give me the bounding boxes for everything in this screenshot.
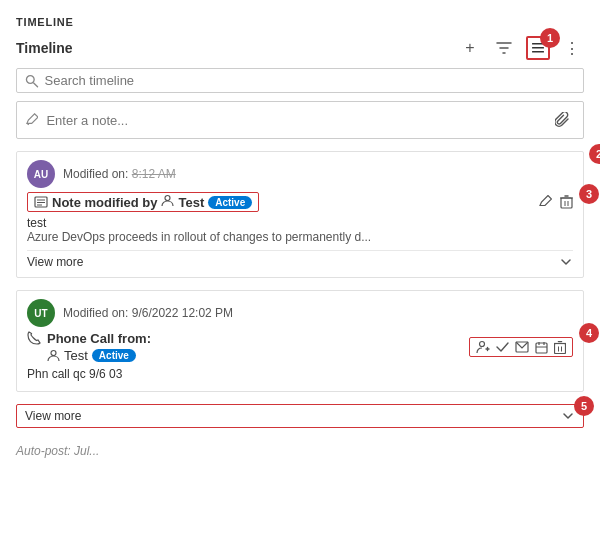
view-more-boxed[interactable]: View more <box>16 404 584 428</box>
toolbar-icons: + 1 ⋮ <box>458 36 584 60</box>
search-icon <box>25 74 39 88</box>
svg-rect-25 <box>555 343 566 353</box>
user-person-icon-phone <box>47 349 60 362</box>
active-badge-phone: Active <box>92 349 136 362</box>
avatar-au: AU <box>27 160 55 188</box>
item-action-icons-1 <box>538 195 573 209</box>
svg-point-16 <box>51 351 56 356</box>
phone-user-name: Test <box>64 348 88 363</box>
section-title: TIMELINE <box>0 16 600 36</box>
complete-button[interactable] <box>496 342 509 352</box>
phone-icon <box>27 331 41 345</box>
timeline-panel: TIMELINE Timeline + 1 ⋮ <box>0 0 600 462</box>
pencil-icon <box>25 113 38 127</box>
view-more-phone: View more <box>25 409 81 423</box>
svg-line-4 <box>34 82 38 86</box>
view-more-1[interactable]: View more <box>27 255 83 269</box>
svg-rect-21 <box>536 343 547 353</box>
phone-call-info: Phone Call from: Test Active <box>27 331 469 363</box>
modified-on-1: Modified on: 8:12 AM <box>63 167 176 181</box>
email-button[interactable] <box>515 341 529 353</box>
timeline-label: Timeline <box>16 40 73 56</box>
list-view-wrapper: 1 <box>526 36 550 60</box>
active-badge-1: Active <box>208 196 252 209</box>
svg-point-17 <box>480 342 485 347</box>
attach-button[interactable] <box>551 108 575 132</box>
item-content-1: test Azure DevOps proceeds in rollout of… <box>27 216 573 244</box>
user-person-icon <box>161 194 174 210</box>
user-name-1: Test <box>178 195 204 210</box>
callout-2: 2 <box>589 144 600 164</box>
item-header-phone: UT Modified on: 9/6/2022 12:02 PM <box>27 299 573 327</box>
calendar-button[interactable] <box>535 341 548 354</box>
search-bar <box>16 68 584 93</box>
delete-button-1[interactable] <box>560 195 573 209</box>
view-more-boxed-wrapper: View more 5 <box>16 404 584 428</box>
note-input-inner <box>25 113 543 128</box>
timeline-item-phone: UT Modified on: 9/6/2022 12:02 PM Phone … <box>16 290 584 392</box>
note-modified-text: Note modified by <box>52 195 157 210</box>
svg-rect-11 <box>561 198 572 208</box>
note-modified-row: Note modified by Test Active <box>27 192 573 212</box>
callout-4: 4 <box>579 323 599 343</box>
edit-button-1[interactable] <box>538 195 552 209</box>
search-input[interactable] <box>45 73 576 88</box>
phone-call-row: Phone Call from: Test Active <box>27 331 573 363</box>
view-more-row-1: View more <box>27 250 573 269</box>
note-modified-left: Note modified by Test Active <box>27 192 259 212</box>
delete-button-phone[interactable] <box>554 341 566 354</box>
assign-button[interactable] <box>476 340 490 354</box>
chevron-down-icon-phone <box>561 409 575 423</box>
svg-point-3 <box>26 75 34 83</box>
note-input[interactable] <box>46 113 543 128</box>
time-strikethrough: 8:12 AM <box>132 167 176 181</box>
content-preview-1: Azure DevOps proceeds in rollout of chan… <box>27 230 573 244</box>
svg-rect-2 <box>532 51 544 53</box>
note-modified-label: Note modified by Test Active <box>27 192 259 212</box>
callout-5: 5 <box>574 396 594 416</box>
svg-rect-1 <box>532 47 544 49</box>
item-header-1: AU Modified on: 8:12 AM <box>27 160 573 188</box>
note-icon <box>34 196 48 208</box>
content-line-1: test <box>27 216 573 230</box>
more-options-button[interactable]: ⋮ <box>560 36 584 60</box>
phone-call-label: Phone Call from: <box>47 331 151 346</box>
chevron-down-icon-1 <box>559 255 573 269</box>
callout-1: 1 <box>540 28 560 48</box>
phone-call-label-row: Phone Call from: <box>27 331 469 346</box>
filter-button[interactable] <box>492 36 516 60</box>
timeline-item-1: 2 AU Modified on: 8:12 AM <box>16 151 584 278</box>
callout-3: 3 <box>579 184 599 204</box>
add-button[interactable]: + <box>458 36 482 60</box>
avatar-ut: UT <box>27 299 55 327</box>
phone-call-actions <box>469 337 573 357</box>
auto-post-label: Auto-post: Jul... <box>0 440 600 462</box>
modified-on-phone: Modified on: 9/6/2022 12:02 PM <box>63 306 233 320</box>
svg-point-10 <box>165 196 170 201</box>
phone-content: Phn call qc 9/6 03 <box>27 367 573 381</box>
toolbar: Timeline + 1 ⋮ <box>0 36 600 68</box>
timeline-items: 2 AU Modified on: 8:12 AM <box>0 151 600 462</box>
note-input-bar <box>16 101 584 139</box>
